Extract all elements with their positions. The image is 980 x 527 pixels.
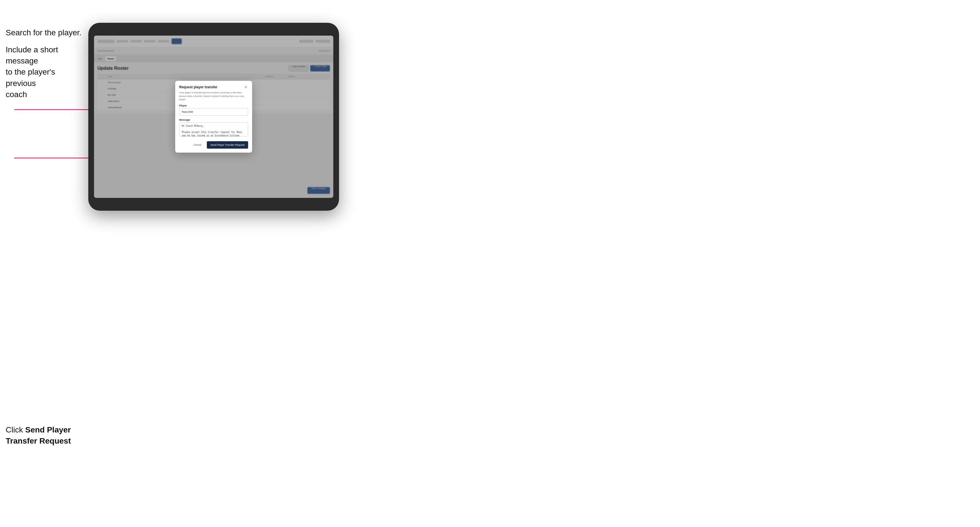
send-transfer-button[interactable]: Send Player Transfer Request (207, 141, 248, 149)
player-input[interactable] (179, 108, 248, 116)
modal-footer: Cancel Send Player Transfer Request (179, 141, 248, 149)
modal-header: Request player transfer × (179, 85, 248, 89)
tablet-screen: Scoreboard (SC) Info Roster Update Roste… (94, 36, 333, 198)
cancel-button[interactable]: Cancel (190, 141, 205, 149)
modal-title: Request player transfer (179, 85, 217, 89)
message-label: Message (179, 118, 248, 121)
modal-dialog: Request player transfer × If the player … (175, 81, 252, 152)
modal-description: If the player is transferring from anoth… (179, 91, 248, 102)
annotation-search: Search for the player. (6, 27, 81, 38)
annotation-message: Include a short message to the player's … (6, 44, 80, 100)
annotation-click: Click Send Player Transfer Request (6, 424, 86, 446)
modal-close-button[interactable]: × (243, 85, 248, 89)
player-label: Player (179, 104, 248, 107)
tablet-frame: Scoreboard (SC) Info Roster Update Roste… (88, 23, 339, 211)
message-textarea[interactable]: Hi Coach McHarg, Please accept this tran… (179, 122, 248, 137)
